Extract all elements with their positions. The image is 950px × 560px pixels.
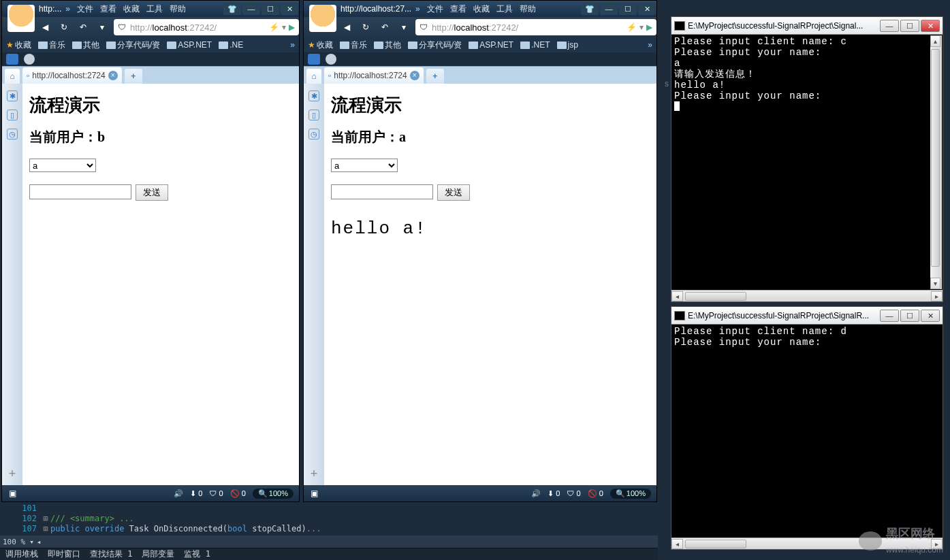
sound-icon[interactable]: 🔊 [531,489,541,498]
block-icon[interactable]: 🚫 0 [230,489,246,498]
send-button[interactable]: 发送 [136,184,168,201]
menu-view[interactable]: 查看 [100,3,116,15]
lightning-icon[interactable]: ⚡ [269,22,279,32]
more-icon[interactable]: » [290,40,295,50]
more-icon[interactable]: » [648,40,652,50]
go-button[interactable]: ▶ [646,22,652,32]
sidebar-add-button[interactable]: + [9,467,16,481]
bookmark-aspnet[interactable]: ASP.NET [167,40,212,50]
tab-active[interactable]: ▫ http://localhost:2724 × [324,67,424,84]
zoom-level[interactable]: 100 % [3,538,25,546]
bookmark-music[interactable]: 音乐 [340,39,367,51]
minimize-button[interactable]: — [600,3,618,15]
fold-icon[interactable]: ⊞ [41,514,50,524]
device-icon[interactable]: ▯ [308,110,319,120]
download-icon[interactable]: ⬇ 0 [190,489,202,498]
refresh-button[interactable]: ↻ [57,20,72,35]
panel-watch[interactable]: 监视 1 [184,548,210,560]
bookmark-net[interactable]: .NET [520,40,550,50]
shield-status-icon[interactable]: 🛡 0 [209,489,223,497]
menu-help[interactable]: 帮助 [170,3,186,15]
new-tab-button[interactable]: + [426,69,444,84]
menu-tools[interactable]: 工具 [146,3,163,15]
tab-close-button[interactable]: × [410,71,419,80]
user-select[interactable]: a [331,159,398,172]
minimize-button[interactable]: — [242,3,260,15]
bookmark-aspnet[interactable]: ASP.NET [469,40,513,50]
bookmark-fav[interactable]: ★收藏 [6,39,31,51]
close-button[interactable]: ✕ [921,310,940,322]
url-bar[interactable]: 🛡 http://localhost:27242/ ⚡ ▾ ▶ [114,19,299,35]
minimize-button[interactable]: — [880,20,899,32]
status-left-icon[interactable]: ▣ [9,489,16,498]
go-button[interactable]: ▶ [289,22,295,32]
status-left-icon[interactable]: ▣ [311,489,318,498]
tool-icon-1[interactable] [308,54,320,65]
sound-icon[interactable]: 🔊 [174,489,183,498]
bookmark-share[interactable]: 分享代码/资 [408,39,462,51]
bookmark-fav[interactable]: ★收藏 [308,39,333,51]
maximize-button[interactable]: ☐ [900,310,919,322]
vertical-scrollbar[interactable]: ▴ ▾ [930,35,942,289]
chevron-down-icon[interactable]: ▾ [29,538,34,546]
maximize-button[interactable]: ☐ [619,3,637,15]
console-output[interactable]: Please input client name: c Please input… [671,35,943,290]
panel-immediate[interactable]: 即时窗口 [48,548,80,560]
menu-fav[interactable]: 收藏 [473,3,490,15]
fold-icon[interactable] [41,504,50,514]
chevron-down-icon[interactable]: ▾ [396,20,411,35]
zoom-indicator[interactable]: 🔍 100% [610,489,651,499]
url-bar[interactable]: 🛡 http://localhost:27242/ ⚡ ▾ ▶ [415,19,656,35]
shield-status-icon[interactable]: 🛡 0 [567,489,580,497]
menu-file[interactable]: 文件 [427,3,443,15]
bookmark-jsp[interactable]: jsp [557,40,578,50]
fold-icon[interactable]: ⊞ [41,524,50,534]
menu-fav[interactable]: 收藏 [123,3,140,15]
close-button[interactable]: ✕ [281,3,298,15]
minimize-button[interactable]: — [880,310,899,322]
zoom-indicator[interactable]: 🔍 100% [253,489,294,499]
console-output[interactable]: Please input client name: d Please input… [671,325,943,538]
shirt-icon[interactable]: 👕 [581,3,599,15]
bookmark-ne[interactable]: .NE [219,40,243,50]
download-icon[interactable]: ⬇ 0 [548,489,560,498]
title-tab[interactable]: http://localhost:27... [341,4,411,14]
console-titlebar[interactable]: E:\MyProject\successful-SignalRProject\S… [671,17,943,35]
back-button[interactable]: ◀ [37,20,52,35]
maximize-button[interactable]: ☐ [900,20,919,32]
menu-help[interactable]: 帮助 [520,3,536,15]
tool-icon-1[interactable] [6,54,18,65]
tool-icon-2[interactable] [24,54,35,65]
clock-icon[interactable]: ◷ [7,129,18,139]
new-tab-button[interactable]: + [125,69,142,84]
star-icon[interactable]: ✱ [7,90,18,101]
shirt-icon[interactable]: 👕 [223,3,241,15]
panel-findresults[interactable]: 查找结果 1 [90,548,132,560]
chevron-down-icon[interactable]: ▾ [282,22,286,32]
scroll-left-icon[interactable]: ◂ [37,538,42,546]
clock-icon[interactable]: ◷ [308,129,319,139]
horizontal-scrollbar[interactable]: ◂ ▸ [671,290,943,301]
back-button[interactable]: ◀ [339,20,354,35]
block-icon[interactable]: 🚫 0 [588,489,603,498]
home-button[interactable]: ⌂ [306,69,321,84]
bookmark-other[interactable]: 其他 [374,39,401,51]
star-icon[interactable]: ✱ [308,90,319,101]
undo-button[interactable]: ↶ [76,20,91,35]
panel-callstack[interactable]: 调用堆栈 [5,548,38,560]
chevron-down-icon[interactable]: ▾ [95,20,110,35]
sidebar-add-button[interactable]: + [311,467,318,481]
console-titlebar[interactable]: E:\MyProject\successful-SignalRProject\S… [671,307,943,325]
title-tab[interactable]: http:... [39,4,61,14]
home-button[interactable]: ⌂ [5,69,20,84]
user-select[interactable]: a [29,159,96,172]
message-input[interactable] [331,184,433,199]
lightning-icon[interactable]: ⚡ [627,22,637,32]
bookmark-other[interactable]: 其他 [72,39,99,51]
close-button[interactable]: ✕ [638,3,656,15]
tool-icon-2[interactable] [326,54,336,65]
panel-locals[interactable]: 局部变量 [142,548,174,560]
tab-close-button[interactable]: × [108,71,118,80]
bookmark-music[interactable]: 音乐 [38,39,65,51]
tab-active[interactable]: ▫ http://localhost:2724 × [22,67,122,84]
